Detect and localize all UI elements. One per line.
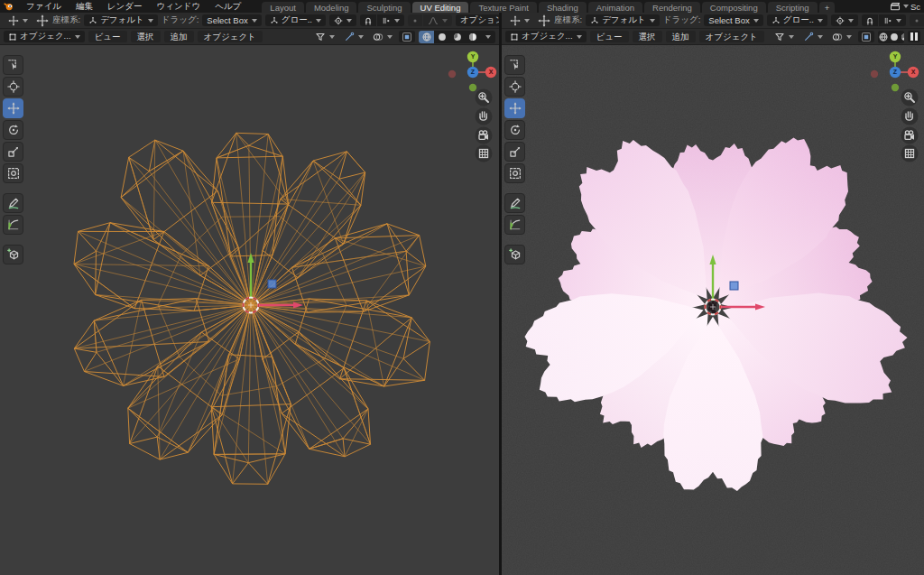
view-menu[interactable]: ビュー	[88, 31, 127, 42]
shading-material-button[interactable]	[449, 31, 465, 43]
snap-target-dropdown[interactable]	[879, 14, 906, 26]
active-tool-dropdown[interactable]	[505, 14, 534, 26]
overlays-dropdown[interactable]	[829, 31, 855, 42]
select-box-icon	[7, 59, 20, 71]
cursor-tool[interactable]	[504, 77, 525, 97]
xray-toggle[interactable]	[858, 31, 874, 42]
orientation-dropdown[interactable]: デフォルト	[586, 14, 660, 26]
orientation-dropdown[interactable]: デフォルト	[84, 14, 158, 26]
select-menu[interactable]: 選択	[131, 31, 161, 42]
mode-dropdown[interactable]: オブジェク...	[505, 31, 587, 42]
proportional-edit-toggle[interactable]	[910, 14, 924, 26]
transform-tool[interactable]	[504, 163, 525, 183]
measure-icon	[509, 218, 522, 231]
blender-logo-icon[interactable]	[4, 1, 14, 12]
shading-options-dropdown[interactable]	[480, 31, 495, 43]
pan-view-button[interactable]	[476, 108, 493, 125]
snap-toggle[interactable]	[360, 14, 376, 26]
scale-tool[interactable]	[504, 142, 525, 162]
tab-layout[interactable]: Layout	[262, 2, 304, 13]
shading-material-button[interactable]	[900, 31, 904, 43]
move-tool[interactable]	[504, 98, 525, 118]
measure-tool[interactable]	[3, 215, 23, 235]
options-dropdown[interactable]: オプション	[456, 14, 499, 26]
transform-orientation-dropdown[interactable]: グロー..	[265, 14, 326, 26]
scale-tool[interactable]	[3, 142, 23, 162]
measure-tool[interactable]	[504, 215, 525, 235]
svg-text:X: X	[911, 69, 916, 75]
view-menu[interactable]: ビュー	[590, 31, 629, 42]
mode-dropdown[interactable]: オブジェク...	[4, 31, 85, 42]
tab-texture-paint[interactable]: Texture Paint	[470, 2, 536, 13]
camera-view-button[interactable]	[476, 127, 493, 144]
active-tool-dropdown[interactable]	[4, 14, 32, 26]
cursor-tool[interactable]	[3, 77, 23, 97]
chevron-down-icon	[789, 35, 794, 39]
move-tool[interactable]	[3, 98, 23, 118]
grid-view-button[interactable]	[476, 145, 493, 162]
select-menu[interactable]: 選択	[633, 31, 662, 42]
axis-neg-x-ball	[871, 70, 878, 78]
annotate-tool[interactable]	[504, 193, 525, 213]
add-menu[interactable]: 追加	[164, 31, 194, 42]
menu-help[interactable]: ヘルプ	[208, 0, 247, 13]
visibility-filter-dropdown[interactable]	[312, 31, 337, 42]
menu-window[interactable]: ウィンドウ	[151, 0, 208, 13]
transform-tool[interactable]	[3, 163, 23, 183]
annotate-tool[interactable]	[3, 193, 23, 213]
add-menu[interactable]: 追加	[666, 31, 696, 42]
snap-toggle[interactable]	[862, 14, 878, 26]
tab-rendering[interactable]: Rendering	[644, 2, 700, 13]
chevron-down-icon	[442, 19, 448, 23]
tab-animation[interactable]: Animation	[588, 2, 642, 13]
select-mode-dropdown[interactable]: Select Box	[202, 14, 261, 26]
nav-axis-gizmo[interactable]: YZX	[448, 51, 496, 91]
viewport-header: オブジェク... ビュー 選択 追加 オブジェクト	[0, 29, 499, 45]
select-mode-dropdown[interactable]: Select Box	[704, 14, 762, 26]
menu-file[interactable]: ファイル	[20, 0, 68, 13]
menu-render[interactable]: レンダー	[101, 0, 149, 13]
tab-uv-editing[interactable]: UV Editing	[412, 2, 469, 13]
object-menu[interactable]: オブジェクト	[198, 31, 263, 42]
shading-wireframe-button[interactable]	[419, 31, 434, 43]
shading-wireframe-button[interactable]	[878, 31, 889, 43]
tab-sculpting[interactable]: Sculpting	[358, 2, 410, 13]
tab-modeling[interactable]: Modeling	[306, 2, 357, 13]
select-box-tool[interactable]	[3, 55, 23, 75]
pivot-point-dropdown[interactable]	[831, 14, 858, 26]
gizmos-dropdown[interactable]	[800, 31, 826, 42]
rotate-tool[interactable]	[504, 120, 525, 140]
grid-view-button[interactable]	[901, 145, 919, 162]
snap-target-dropdown[interactable]	[377, 14, 404, 26]
visibility-filter-dropdown[interactable]	[772, 31, 797, 42]
xray-toggle[interactable]	[399, 31, 415, 42]
transform-orientation-dropdown[interactable]: グロー..	[767, 14, 827, 26]
zoom-view-button[interactable]	[476, 89, 493, 107]
render-pause-button[interactable]	[908, 31, 920, 42]
zoom-view-button[interactable]	[901, 89, 919, 107]
shading-rendered-button[interactable]	[465, 31, 480, 43]
gizmos-dropdown[interactable]	[341, 31, 366, 42]
tab-scripting[interactable]: Scripting	[768, 2, 818, 13]
proportional-edit-toggle[interactable]	[408, 14, 422, 26]
tab-shading[interactable]: Shading	[539, 2, 587, 13]
overlays-dropdown[interactable]	[370, 31, 395, 42]
menu-edit[interactable]: 編集	[69, 0, 99, 13]
add-cube-tool[interactable]	[504, 245, 525, 264]
shading-solid-button[interactable]	[889, 31, 900, 43]
select-box-tool[interactable]	[504, 55, 525, 75]
rotate-tool[interactable]	[3, 120, 23, 140]
chevron-down-icon	[896, 19, 901, 23]
falloff-dropdown[interactable]	[423, 14, 452, 26]
pivot-point-dropdown[interactable]	[329, 14, 356, 26]
object-menu[interactable]: オブジェクト	[699, 31, 764, 42]
tab-compositing[interactable]: Compositing	[702, 2, 766, 13]
viewport-canvas-rendered[interactable]: YZX	[502, 45, 924, 575]
add-workspace-button[interactable]: +	[819, 2, 836, 13]
camera-view-button[interactable]	[901, 127, 919, 144]
viewport-canvas-wireframe[interactable]: YZX	[0, 45, 499, 575]
scene-selector[interactable]: Sc	[890, 1, 920, 12]
shading-solid-button[interactable]	[434, 31, 449, 43]
add-cube-tool[interactable]	[3, 245, 23, 264]
pan-view-button[interactable]	[901, 108, 919, 125]
